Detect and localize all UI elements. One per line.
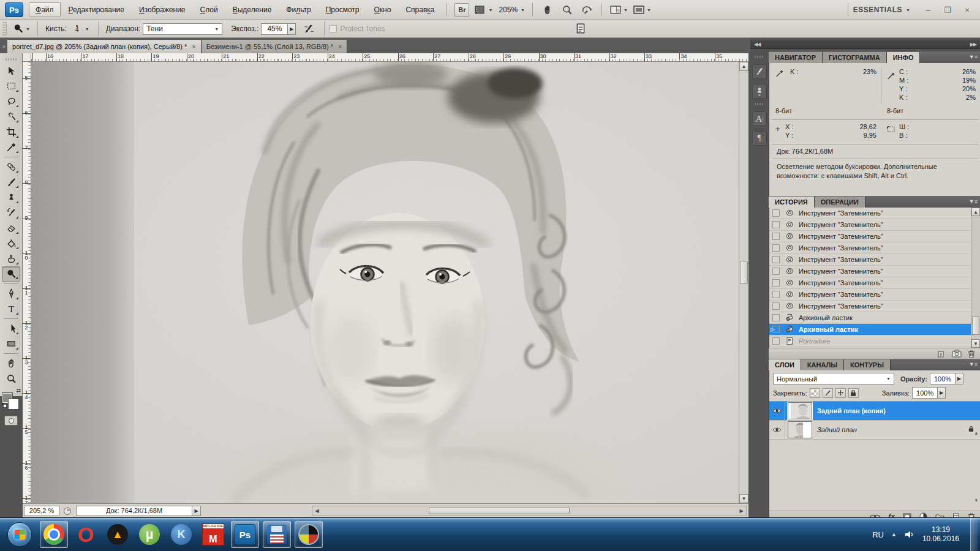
history-state[interactable]: Инструмент "Затемнитель" — [769, 301, 980, 312]
history-scrollbar[interactable]: ▲ ▼ — [971, 208, 980, 348]
brush-preset-picker[interactable]: 4 — [69, 22, 85, 36]
history-brush-tool[interactable] — [2, 205, 20, 220]
character-panel-icon[interactable]: A| — [752, 111, 767, 126]
history-state[interactable]: Архивный ластик — [769, 312, 980, 324]
quick-mask-button[interactable] — [4, 416, 18, 425]
start-button[interactable] — [7, 522, 32, 547]
layers-tab-СЛОИ[interactable]: СЛОИ — [769, 359, 801, 370]
history-state[interactable]: Portraiture — [769, 335, 980, 347]
taskbar-utorrent[interactable]: µ — [135, 521, 164, 548]
taskbar-mplab[interactable]: MPLAB IDEM — [199, 521, 227, 548]
zoom-level-value[interactable]: 205% — [497, 6, 519, 14]
layer-row[interactable]: Задний план (копия) — [769, 402, 980, 421]
menu-Окно[interactable]: Окно — [367, 2, 398, 17]
background-color-swatch[interactable] — [8, 399, 19, 410]
lock-transparency-button[interactable] — [810, 388, 820, 398]
history-state[interactable]: Инструмент "Затемнитель" — [769, 242, 980, 254]
scroll-up-arrow[interactable]: ▲ — [974, 430, 979, 436]
history-state[interactable]: Инструмент "Затемнитель" — [769, 277, 980, 289]
clone-source-panel-icon[interactable] — [752, 84, 767, 99]
zoom-tool-button[interactable] — [560, 3, 575, 17]
scroll-thumb[interactable] — [972, 317, 979, 335]
fill-field[interactable]: 100% — [912, 387, 938, 399]
blend-mode-select[interactable]: Нормальный ▼ — [773, 373, 894, 384]
taskbar-chrome[interactable] — [40, 521, 68, 548]
menu-Фильтр[interactable]: Фильтр — [279, 2, 317, 17]
document-tab[interactable]: portret_d7.jpg @ 205% (Задний план (копи… — [7, 40, 202, 53]
taskbar-floppy[interactable] — [263, 521, 291, 548]
fill-slider-button[interactable]: ▶ — [938, 387, 946, 399]
crop-tool[interactable] — [2, 124, 20, 140]
new-snapshot-icon[interactable] — [952, 350, 962, 358]
status-options-arrow[interactable]: ▶ — [192, 506, 201, 516]
history-state[interactable]: Инструмент "Затемнитель" — [769, 219, 980, 231]
dodge-tool[interactable] — [2, 266, 20, 282]
restore-button[interactable]: ❐ — [940, 4, 956, 16]
eraser-tool[interactable] — [2, 220, 20, 236]
menu-Изображение[interactable]: Изображение — [132, 2, 192, 17]
airbrush-toggle[interactable] — [302, 22, 317, 36]
language-indicator[interactable]: RU — [872, 530, 884, 539]
document-size-field[interactable]: Док: 764,2К/1,68М — [76, 506, 192, 516]
menu-Справка[interactable]: Справка — [399, 2, 441, 17]
protect-tones-control[interactable]: Protect Tones — [330, 24, 385, 33]
eyedropper-tool[interactable] — [2, 140, 20, 155]
type-tool[interactable]: T — [2, 301, 20, 317]
history-snapshot-checkbox[interactable] — [772, 233, 780, 240]
workspace-switcher[interactable]: ESSENTIALS — [853, 6, 902, 14]
lock-all-button[interactable] — [848, 388, 859, 398]
shape-tool[interactable] — [2, 336, 20, 351]
new-document-from-state-icon[interactable] — [937, 350, 946, 358]
mini-bridge-button[interactable]: ▼ — [474, 3, 492, 17]
bit-depth-left[interactable]: 8-бит — [775, 107, 792, 114]
history-state[interactable]: Инструмент "Затемнитель" — [769, 266, 980, 277]
layers-tab-КОНТУРЫ[interactable]: КОНТУРЫ — [844, 359, 891, 370]
vertical-scroll-thumb[interactable] — [740, 261, 748, 284]
history-snapshot-checkbox[interactable] — [772, 291, 780, 298]
toggle-panel-button[interactable] — [575, 23, 586, 35]
bridge-button[interactable]: Br — [454, 3, 469, 17]
move-tool[interactable] — [2, 63, 20, 78]
protect-tones-checkbox[interactable] — [330, 25, 337, 32]
info-tab-НАВИГАТОР[interactable]: НАВИГАТОР — [769, 52, 823, 63]
history-state[interactable]: Инструмент "Затемнитель" — [769, 254, 980, 266]
scroll-down-arrow[interactable]: ▼ — [974, 498, 979, 503]
zoom-tool[interactable] — [2, 371, 20, 386]
brush-tool[interactable] — [2, 174, 20, 190]
dock-collapse-bar[interactable]: ◀◀ ▶▶ — [750, 40, 980, 49]
taskbar-colorwheel[interactable] — [295, 521, 323, 548]
history-snapshot-checkbox[interactable] — [772, 209, 780, 217]
collapse-right-icon[interactable]: ▶▶ — [970, 42, 976, 47]
history-tab-ИСТОРИЯ[interactable]: ИСТОРИЯ — [769, 197, 815, 208]
healing-brush-tool[interactable] — [2, 159, 20, 174]
collapse-left-icon[interactable]: ◀◀ — [754, 42, 760, 47]
history-snapshot-checkbox[interactable] — [772, 268, 780, 275]
history-snapshot-checkbox[interactable] — [772, 337, 780, 345]
clone-stamp-tool[interactable] — [2, 190, 20, 205]
taskbar-opera[interactable]: O — [72, 521, 100, 548]
range-select[interactable]: Тени ▼ — [143, 23, 222, 35]
info-tab-ГИСТОГРАММА[interactable]: ГИСТОГРАММА — [823, 52, 887, 63]
drag-grip[interactable] — [2, 22, 7, 36]
hand-tool-button[interactable] — [540, 3, 555, 17]
taskbar-kmplayer[interactable]: K — [167, 521, 195, 548]
paragraph-panel-icon[interactable]: ¶ — [752, 131, 767, 146]
history-snapshot-checkbox[interactable] — [772, 314, 780, 321]
scroll-right-arrow[interactable]: ▶ — [737, 507, 745, 514]
history-source-marker[interactable]: ▷ — [771, 326, 775, 332]
menu-Выделение[interactable]: Выделение — [226, 2, 279, 17]
swap-colors-icon[interactable]: ⇄ — [16, 388, 21, 394]
current-tool-preset[interactable]: ▼ — [13, 22, 30, 36]
volume-icon[interactable] — [904, 530, 915, 539]
brush-panel-icon[interactable] — [752, 64, 767, 79]
layer-visibility-toggle[interactable] — [769, 402, 785, 421]
taskbar-photoshop[interactable]: Ps — [231, 521, 259, 548]
clock[interactable]: 13:19 10.06.2016 — [922, 525, 963, 544]
history-snapshot-checkbox[interactable] — [772, 221, 780, 228]
history-snapshot-checkbox[interactable] — [772, 244, 780, 252]
horizontal-ruler[interactable]: 1617181920212223242526272829303132333435 — [31, 53, 748, 62]
document-canvas[interactable] — [31, 62, 739, 503]
layer-thumbnail[interactable] — [788, 421, 812, 438]
minimize-button[interactable]: – — [920, 4, 936, 16]
dock-collapse-icon[interactable]: » — [0, 43, 7, 53]
